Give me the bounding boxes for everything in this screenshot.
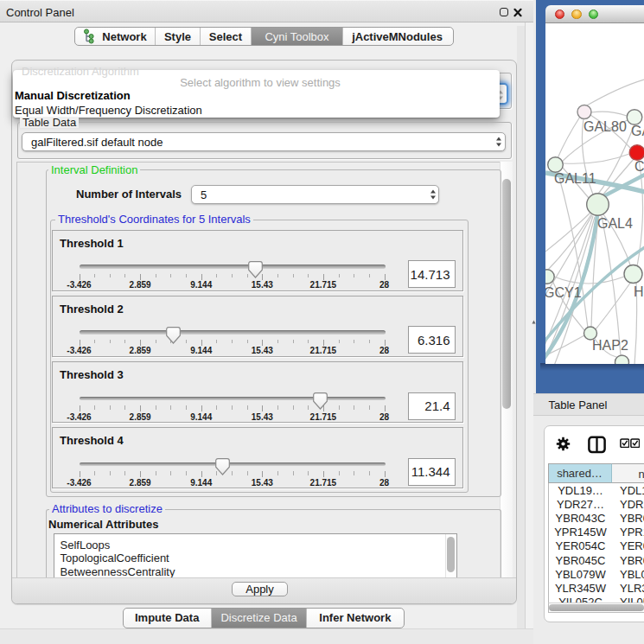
svg-text:H: H	[634, 284, 644, 299]
svg-text:GCY1: GCY1	[545, 285, 582, 300]
svg-text:GA: GA	[631, 124, 644, 138]
svg-text:C: C	[634, 159, 644, 174]
svg-text:GAL11: GAL11	[554, 171, 596, 186]
svg-text:GAL80: GAL80	[583, 119, 627, 134]
svg-text:HAP2: HAP2	[592, 338, 628, 353]
svg-text:GAL4: GAL4	[597, 216, 633, 231]
